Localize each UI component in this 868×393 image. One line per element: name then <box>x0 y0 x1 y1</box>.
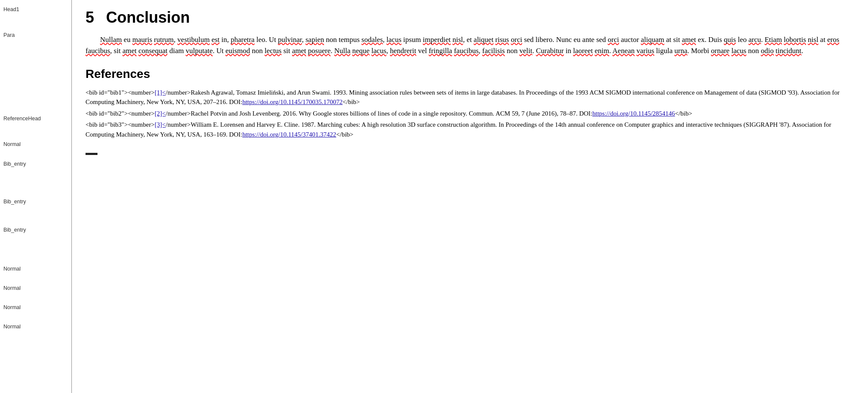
bottom-bar <box>86 153 97 155</box>
word-amet2: amet <box>122 47 136 55</box>
word-sapien: sapien <box>306 36 324 44</box>
word-fringilla: fringilla <box>429 47 452 55</box>
word-faucibus: faucibus <box>86 47 110 55</box>
sidebar-item-normal-3: Normal <box>3 284 68 304</box>
sidebar-item-bibentry-2: Bib_entry <box>3 197 68 226</box>
word-orci2: orci <box>608 36 619 44</box>
word-orci: orci <box>511 36 522 44</box>
bib1-number-link[interactable]: [1]< <box>155 89 166 96</box>
word-curabitur: Curabitur <box>536 47 564 55</box>
word-risus: risus <box>495 36 509 44</box>
sidebar-item-bibentry-1: Bib_entry <box>3 160 68 197</box>
sidebar-item-normal-5: Normal <box>3 323 68 342</box>
word-lacus2: lacus <box>372 47 387 55</box>
word-facilisis: facilisis <box>482 47 505 55</box>
word-enim: enim <box>595 47 609 55</box>
word-etiam: Etiam <box>765 36 782 44</box>
word-sodales: sodales <box>361 36 383 44</box>
bib3-doi-link[interactable]: https://doi.org/10.1145/37401.37422 <box>242 131 337 138</box>
section-number: 5 <box>86 9 94 26</box>
word-euismod: euismod <box>225 47 250 55</box>
word-nisl: nisl <box>452 36 463 44</box>
sidebar-item-normal-4: Normal <box>3 304 68 323</box>
word-quis: quis <box>724 36 736 44</box>
word-odio: odio <box>761 47 774 55</box>
word-posuere: posuere <box>308 47 331 55</box>
word-nullam: Nullam <box>100 36 122 44</box>
word-est: est <box>212 36 220 44</box>
word-nisl2: nisl <box>808 36 818 44</box>
word-aliquet: aliquet <box>474 36 493 44</box>
word-lacus3: lacus <box>731 47 746 55</box>
bib2-number-link[interactable]: [2]< <box>155 110 166 117</box>
word-ornare: ornare <box>711 47 729 55</box>
section-title: Conclusion <box>106 9 190 26</box>
word-rutrum: rutrum <box>154 36 174 44</box>
word-aenean: Aenean <box>612 47 635 55</box>
main-paragraph: Nullam eu mauris rutrum, vestibulum est … <box>86 34 854 57</box>
bib2-doi-link[interactable]: https://doi.org/10.1145/2854146 <box>592 110 675 117</box>
word-pharetra: pharetra <box>231 36 255 44</box>
bib-entry-2: <bib id="bib2"><number>[2]</number>Rache… <box>86 109 854 119</box>
word-arcu: arcu <box>748 36 761 44</box>
word-nulla: Nulla <box>334 47 351 55</box>
bib-entry-1: <bib id="bib1"><number>[1]</number>Rakes… <box>86 88 854 107</box>
word-pulvinar: pulvinar <box>278 36 302 44</box>
word-lectus: lectus <box>265 47 282 55</box>
word-tincidunt: tincidunt <box>776 47 801 55</box>
bib1-doi-link[interactable]: https://doi.org/10.1145/170035.170072 <box>242 98 343 105</box>
sidebar-item-bibentry-3: Bib_entry <box>3 226 68 265</box>
word-lacus: lacus <box>387 36 402 44</box>
main-content: 5 Conclusion Nullam eu mauris rutrum, ve… <box>72 0 868 393</box>
word-aliquam: aliquam <box>641 36 664 44</box>
word-lobortis: lobortis <box>784 36 806 44</box>
sidebar-item-normal-1: Normal <box>3 140 68 160</box>
word-laoreet: laoreet <box>573 47 593 55</box>
word-vestibulum: vestibulum <box>177 36 210 44</box>
word-mauris: mauris <box>133 36 152 44</box>
word-consequat: consequat <box>139 47 168 55</box>
sidebar-item-normal-2: Normal <box>3 265 68 284</box>
references-heading: References <box>86 67 854 81</box>
word-vulputate: vulputate <box>186 47 213 55</box>
word-varius: varius <box>637 47 655 55</box>
bib3-number-link[interactable]: [3]< <box>155 121 166 128</box>
sidebar-item-referencehead: ReferenceHead <box>3 114 68 140</box>
word-velit: velit <box>520 47 532 55</box>
word-faucibus2: faucibus <box>454 47 479 55</box>
word-urna: urna <box>674 47 687 55</box>
section-heading: 5 Conclusion <box>86 9 854 27</box>
sidebar-item-head1: Head1 <box>3 5 68 31</box>
word-eros: eros <box>827 36 839 44</box>
word-imperdiet: imperdiet <box>423 36 451 44</box>
sidebar-item-para: Para <box>3 31 68 48</box>
bib-entry-3: <bib id="bib3"><number>[3]</number>Willi… <box>86 120 854 139</box>
word-neque: neque <box>352 47 370 55</box>
word-amet3: amet <box>292 47 306 55</box>
word-amet: amet <box>682 36 696 44</box>
word-hendrerit: hendrerit <box>390 47 416 55</box>
sidebar: Head1 Para ReferenceHead Normal Bib_entr… <box>0 0 72 393</box>
